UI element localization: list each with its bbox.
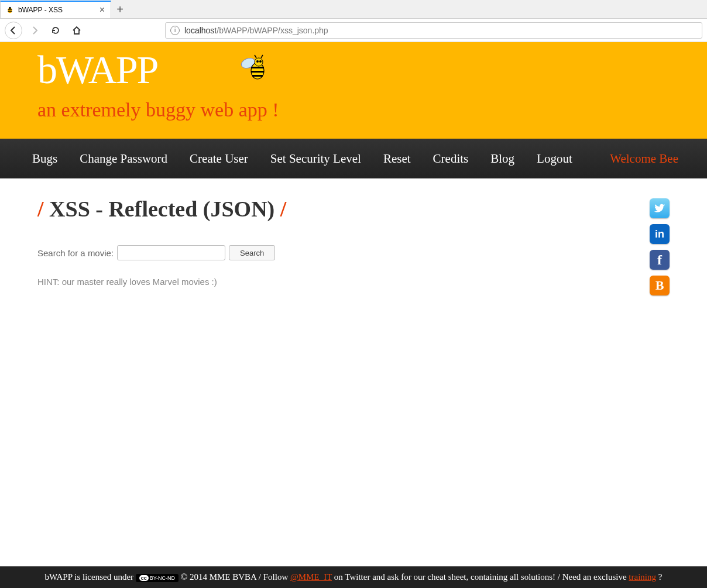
- linkedin-icon[interactable]: in: [650, 224, 670, 244]
- forward-button[interactable]: [26, 22, 43, 39]
- page-title: / XSS - Reflected (JSON) /: [37, 196, 623, 222]
- search-button[interactable]: Search: [229, 245, 275, 260]
- twitter-icon[interactable]: [650, 198, 670, 218]
- url-path: /bWAPP/bWAPP/xss_json.php: [217, 26, 328, 35]
- nav-create-user[interactable]: Create User: [190, 152, 248, 166]
- svg-rect-6: [251, 67, 264, 68]
- svg-point-10: [256, 60, 259, 63]
- home-icon: [72, 26, 81, 35]
- main-content: / XSS - Reflected (JSON) / Search for a …: [37, 196, 623, 295]
- nav-credits[interactable]: Credits: [433, 152, 469, 166]
- main-nav: Bugs Change Password Create User Set Sec…: [0, 139, 707, 178]
- svg-point-9: [255, 58, 263, 66]
- footer-twitter-link[interactable]: @MME_IT: [290, 572, 332, 582]
- search-input[interactable]: [117, 245, 225, 260]
- info-icon[interactable]: i: [170, 26, 180, 35]
- blogger-icon[interactable]: B: [650, 276, 670, 295]
- nav-reset[interactable]: Reset: [383, 152, 411, 166]
- svg-line-12: [255, 55, 256, 58]
- arrow-left-icon: [9, 26, 18, 35]
- footer-text-3: on Twitter and ask for our cheat sheet, …: [334, 572, 629, 582]
- arrow-right-icon: [30, 26, 39, 35]
- svg-rect-2: [8, 11, 12, 12]
- header-banner: bWAPP an extremely buggy web app !: [0, 42, 707, 139]
- reload-button[interactable]: [47, 22, 64, 39]
- nav-welcome[interactable]: Welcome Bee: [610, 152, 678, 166]
- close-tab-icon[interactable]: ×: [99, 5, 105, 15]
- social-sidebar: in f B: [623, 196, 670, 295]
- browser-toolbar: i localhost/bWAPP/bWAPP/xss_json.php: [0, 19, 707, 42]
- home-button[interactable]: [68, 22, 85, 39]
- bee-icon: [236, 51, 269, 87]
- search-label: Search for a movie:: [37, 248, 114, 258]
- svg-point-11: [259, 60, 262, 63]
- footer-training-link[interactable]: training: [629, 572, 656, 582]
- svg-point-3: [9, 7, 11, 9]
- slash-icon: /: [37, 197, 44, 221]
- browser-tab[interactable]: bWAPP - XSS ×: [0, 1, 111, 18]
- slash-icon: /: [280, 197, 287, 221]
- nav-bugs[interactable]: Bugs: [32, 152, 57, 166]
- hint-text: HINT: our master really loves Marvel mov…: [37, 277, 623, 287]
- tagline: an extremely buggy web app !: [37, 99, 670, 121]
- nav-change-password[interactable]: Change Password: [80, 152, 167, 166]
- new-tab-button[interactable]: +: [111, 1, 129, 18]
- page-title-text: XSS - Reflected (JSON): [49, 197, 274, 221]
- svg-rect-1: [8, 9, 12, 10]
- nav-blog[interactable]: Blog: [490, 152, 514, 166]
- facebook-icon[interactable]: f: [650, 250, 670, 270]
- footer-text-1: bWAPP is licensed under: [45, 572, 136, 582]
- footer: bWAPP is licensed under ccBY-NC-ND © 201…: [0, 566, 707, 588]
- reload-icon: [51, 26, 60, 35]
- search-form: Search for a movie: Search: [37, 245, 623, 260]
- svg-rect-7: [251, 71, 264, 73]
- url-bar[interactable]: i localhost/bWAPP/bWAPP/xss_json.php: [165, 22, 702, 39]
- svg-rect-8: [252, 75, 263, 77]
- nav-set-security-level[interactable]: Set Security Level: [270, 152, 361, 166]
- back-button[interactable]: [5, 22, 22, 39]
- browser-tab-strip: bWAPP - XSS × +: [0, 0, 707, 19]
- tab-title: bWAPP - XSS: [18, 6, 63, 14]
- url-host: localhost: [184, 26, 217, 35]
- footer-text-2: © 2014 MME BVBA / Follow: [181, 572, 290, 582]
- logo-text: bWAPP: [37, 47, 157, 93]
- tab-favicon-bee-icon: [5, 5, 15, 15]
- cc-license-badge[interactable]: ccBY-NC-ND: [136, 574, 179, 582]
- nav-logout[interactable]: Logout: [537, 152, 572, 166]
- svg-line-13: [261, 55, 263, 58]
- footer-text-4: ?: [658, 572, 663, 582]
